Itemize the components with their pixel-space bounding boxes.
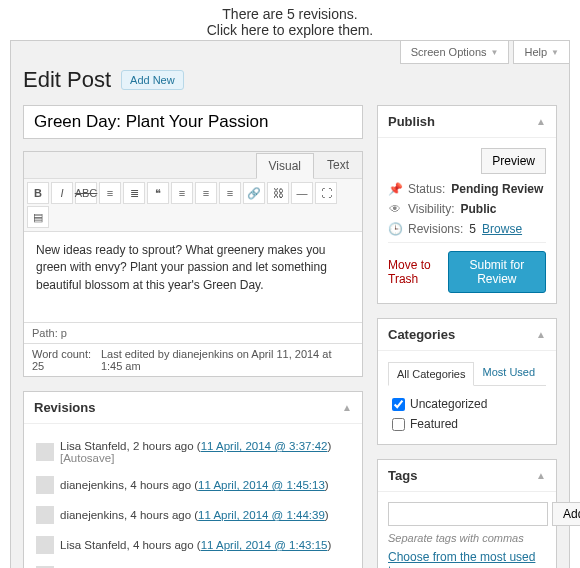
editor-meta: Word count: 25 Last edited by dianejenki…	[24, 343, 362, 376]
strike-icon[interactable]: ABC	[75, 182, 97, 204]
unlink-icon[interactable]: ⛓	[267, 182, 289, 204]
categories-box-header[interactable]: Categories ▲	[378, 319, 556, 351]
status-row: 📌 Status: Pending Review	[388, 182, 546, 196]
revisions-box: Revisions ▲ Lisa Stanfeld, 2 hours ago (…	[23, 391, 363, 568]
tags-input[interactable]	[388, 502, 548, 526]
editor-toolbar: B I ABC ≡ ≣ ❝ ≡ ≡ ≡ 🔗 ⛓ — ⛶ ▤	[24, 178, 362, 232]
align-center-icon[interactable]: ≡	[195, 182, 217, 204]
revision-link[interactable]: 11 April, 2014 @ 3:37:42	[201, 440, 328, 452]
revisions-row: 🕒 Revisions: 5 Browse	[388, 222, 546, 236]
editor-path: Path: p	[24, 322, 362, 343]
revision-text: dianejenkins, 4 hours ago (11 April, 201…	[60, 509, 329, 521]
list-ul-icon[interactable]: ≡	[99, 182, 121, 204]
revision-item: Lisa Stanfeld, 4 hours ago (11 April, 20…	[34, 530, 352, 560]
pin-icon: 📌	[388, 182, 402, 196]
tags-box-header[interactable]: Tags ▲	[378, 460, 556, 492]
editor-wrapper: Visual Text B I ABC ≡ ≣ ❝ ≡ ≡ ≡ 🔗 ⛓ — ⛶	[23, 151, 363, 377]
revision-item: dianejenkins, 4 hours ago (11 April, 201…	[34, 560, 352, 568]
tags-box: Tags ▲ Add Separate tags with commas Cho…	[377, 459, 557, 568]
annotation-revisions-top: There are 5 revisions. Click here to exp…	[0, 0, 580, 40]
revision-text: Lisa Stanfeld, 4 hours ago (11 April, 20…	[60, 539, 331, 551]
publish-box: Publish ▲ Preview 📌 Status: Pending Revi…	[377, 105, 557, 304]
revision-text: dianejenkins, 4 hours ago (11 April, 201…	[60, 479, 329, 491]
post-content[interactable]: New ideas ready to sprout? What greenery…	[24, 232, 362, 322]
add-new-button[interactable]: Add New	[121, 70, 184, 90]
italic-icon[interactable]: I	[51, 182, 73, 204]
tags-hint: Separate tags with commas	[388, 532, 546, 544]
category-tabs: All Categories Most Used	[388, 361, 546, 386]
add-tag-button[interactable]: Add	[552, 502, 580, 526]
align-left-icon[interactable]: ≡	[171, 182, 193, 204]
help-button[interactable]: Help▼	[513, 40, 570, 64]
tab-all-categories[interactable]: All Categories	[388, 362, 474, 386]
revision-item: dianejenkins, 4 hours ago (11 April, 201…	[34, 500, 352, 530]
align-right-icon[interactable]: ≡	[219, 182, 241, 204]
category-list: UncategorizedFeatured	[388, 394, 546, 434]
revisions-box-header[interactable]: Revisions ▲	[24, 392, 362, 424]
clock-icon: 🕒	[388, 222, 402, 236]
screen-options-button[interactable]: Screen Options▼	[400, 40, 510, 64]
chevron-down-icon: ▼	[491, 48, 499, 57]
eye-icon: 👁	[388, 202, 402, 216]
tab-most-used[interactable]: Most Used	[474, 361, 543, 385]
avatar-icon	[36, 476, 54, 494]
preview-button[interactable]: Preview	[481, 148, 546, 174]
avatar-icon	[36, 506, 54, 524]
revision-link[interactable]: 11 April, 2014 @ 1:43:15	[201, 539, 328, 551]
avatar-icon	[36, 443, 54, 461]
link-icon[interactable]: 🔗	[243, 182, 265, 204]
revision-item: dianejenkins, 4 hours ago (11 April, 201…	[34, 470, 352, 500]
category-checkbox[interactable]	[392, 418, 405, 431]
category-checkbox[interactable]	[392, 398, 405, 411]
revision-link[interactable]: 11 April, 2014 @ 1:44:39	[198, 509, 325, 521]
chevron-down-icon: ▼	[551, 48, 559, 57]
move-to-trash-link[interactable]: Move to Trash	[388, 258, 448, 286]
top-bar: Screen Options▼ Help▼	[400, 40, 570, 64]
page-header: Edit Post Add New	[23, 67, 557, 93]
chevron-up-icon: ▲	[536, 329, 546, 340]
chevron-up-icon: ▲	[536, 116, 546, 127]
chevron-up-icon: ▲	[536, 470, 546, 481]
editor-tabs: Visual Text	[24, 152, 362, 178]
revision-link[interactable]: 11 April, 2014 @ 1:45:13	[198, 479, 325, 491]
categories-box: Categories ▲ All Categories Most Used Un…	[377, 318, 557, 445]
more-icon[interactable]: —	[291, 182, 313, 204]
submit-for-review-button[interactable]: Submit for Review	[448, 251, 546, 293]
category-item[interactable]: Featured	[388, 414, 546, 434]
publish-box-header[interactable]: Publish ▲	[378, 106, 556, 138]
kitchen-sink-icon[interactable]: ▤	[27, 206, 49, 228]
category-item[interactable]: Uncategorized	[388, 394, 546, 414]
fullscreen-icon[interactable]: ⛶	[315, 182, 337, 204]
choose-tags-link[interactable]: Choose from the most used tags	[388, 550, 535, 568]
post-title-input[interactable]	[23, 105, 363, 139]
bold-icon[interactable]: B	[27, 182, 49, 204]
editor-frame: Screen Options▼ Help▼ Edit Post Add New …	[10, 40, 570, 568]
quote-icon[interactable]: ❝	[147, 182, 169, 204]
page-title: Edit Post	[23, 67, 111, 93]
avatar-icon	[36, 536, 54, 554]
tab-text[interactable]: Text	[314, 152, 362, 178]
revision-text: Lisa Stanfeld, 2 hours ago (11 April, 20…	[60, 440, 350, 464]
browse-revisions-link[interactable]: Browse	[482, 222, 522, 236]
chevron-up-icon: ▲	[342, 402, 352, 413]
list-ol-icon[interactable]: ≣	[123, 182, 145, 204]
revision-item: Lisa Stanfeld, 2 hours ago (11 April, 20…	[34, 434, 352, 470]
visibility-row: 👁 Visibility: Public	[388, 202, 546, 216]
tab-visual[interactable]: Visual	[256, 153, 314, 179]
revisions-list: Lisa Stanfeld, 2 hours ago (11 April, 20…	[24, 424, 362, 568]
